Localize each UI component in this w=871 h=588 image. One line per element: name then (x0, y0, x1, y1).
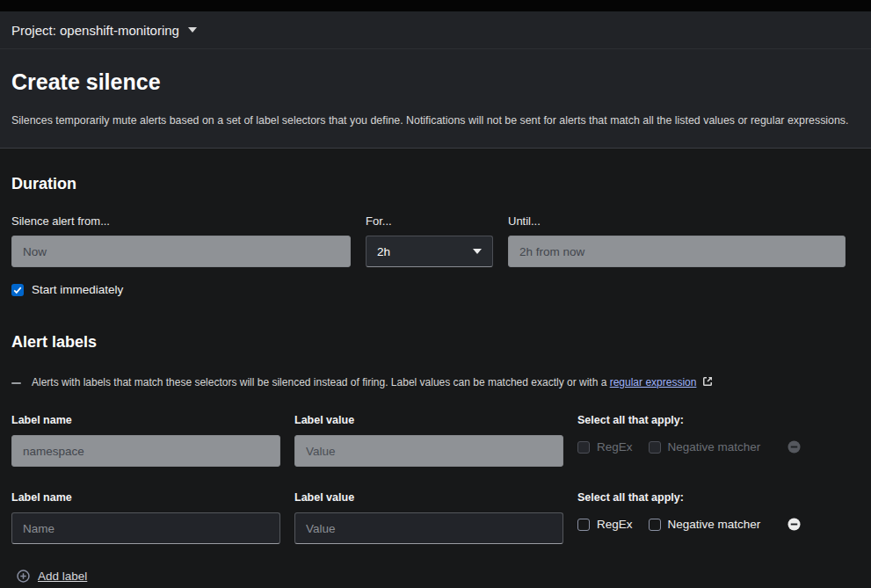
negative-matcher-option: Negative matcher (649, 518, 761, 531)
remove-label-button (788, 440, 801, 454)
start-immediately-checkbox[interactable] (11, 284, 24, 296)
negative-matcher-checkbox[interactable] (649, 519, 661, 531)
add-label-button[interactable]: Add label (11, 569, 92, 588)
regex-checkbox[interactable] (577, 519, 590, 531)
regex-checkbox (577, 441, 590, 454)
select-all-header: Select all that apply: (577, 414, 860, 426)
page-title: Create silence (11, 69, 860, 95)
negative-matcher-checkbox (649, 441, 661, 454)
project-selector[interactable]: Project: openshift-monitoring (0, 11, 871, 49)
alert-labels-heading: Alert labels (11, 333, 860, 352)
silence-for-field: For... 2h (366, 214, 493, 267)
label-name-column: Label name (11, 414, 280, 467)
duration-form: Silence alert from... For... 2h Until... (11, 214, 860, 267)
chevron-down-icon (188, 27, 197, 33)
external-link-icon (702, 376, 713, 389)
negative-matcher-label: Negative matcher (668, 440, 761, 454)
silence-until-field: Until... (508, 214, 846, 267)
dash-icon (11, 382, 21, 384)
duration-select[interactable]: 2h (366, 236, 493, 267)
chevron-down-icon (473, 249, 482, 254)
label-name-input[interactable] (11, 512, 280, 544)
matcher-options-column: Select all that apply: RegEx Negative ma… (577, 491, 860, 544)
silence-until-label: Until... (508, 214, 846, 228)
label-name-input (11, 435, 280, 467)
start-immediately-row: Start immediately (11, 283, 860, 296)
main-content: Duration Silence alert from... For... 2h… (0, 175, 871, 588)
regular-expression-link[interactable]: regular expression (610, 376, 697, 388)
hint-text: Alerts with labels that match these sele… (32, 376, 606, 388)
masthead-strip (0, 0, 871, 11)
label-value-header: Label value (294, 491, 563, 504)
project-selector-label: Project: openshift-monitoring (11, 23, 179, 38)
minus-circle-icon (788, 518, 801, 531)
label-name-column: Label name (11, 491, 280, 544)
matcher-controls: RegEx Negative matcher (577, 518, 860, 531)
label-value-header: Label value (294, 414, 563, 426)
matcher-options-column: Select all that apply: RegEx Negative ma… (577, 414, 860, 467)
label-value-input (294, 435, 563, 467)
silence-until-input (508, 236, 846, 267)
add-label-text: Add label (38, 570, 87, 583)
page-header: Create silence Silences temporarily mute… (0, 49, 871, 149)
label-value-input[interactable] (294, 512, 563, 544)
duration-select-value: 2h (377, 245, 390, 258)
silence-from-input (11, 236, 351, 267)
check-icon (13, 286, 22, 294)
label-row: Label name Label value Select all that a… (11, 414, 860, 467)
regex-label: RegEx (597, 440, 633, 454)
silence-from-field: Silence alert from... (11, 214, 351, 267)
negative-matcher-label: Negative matcher (668, 518, 761, 531)
plus-circle-icon (17, 570, 30, 583)
alert-labels-hint-text: Alerts with labels that match these sele… (32, 376, 713, 389)
matcher-controls: RegEx Negative matcher (577, 440, 860, 454)
remove-label-button[interactable] (788, 518, 801, 531)
minus-circle-icon (788, 440, 801, 454)
page-description: Silences temporarily mute alerts based o… (11, 114, 860, 127)
label-name-header: Label name (11, 414, 280, 426)
silence-from-label: Silence alert from... (11, 214, 351, 228)
label-value-column: Label value (294, 491, 563, 544)
silence-for-label: For... (366, 214, 493, 228)
regex-option: RegEx (577, 518, 633, 531)
duration-heading: Duration (11, 175, 860, 193)
label-value-column: Label value (294, 414, 563, 467)
start-immediately-label: Start immediately (32, 283, 123, 296)
select-all-header: Select all that apply: (577, 491, 860, 504)
negative-matcher-option: Negative matcher (649, 440, 761, 454)
label-name-header: Label name (11, 491, 280, 504)
label-row: Label name Label value Select all that a… (11, 491, 860, 544)
regex-label: RegEx (597, 518, 633, 531)
regex-option: RegEx (577, 440, 633, 454)
alert-labels-hint: Alerts with labels that match these sele… (11, 376, 860, 389)
